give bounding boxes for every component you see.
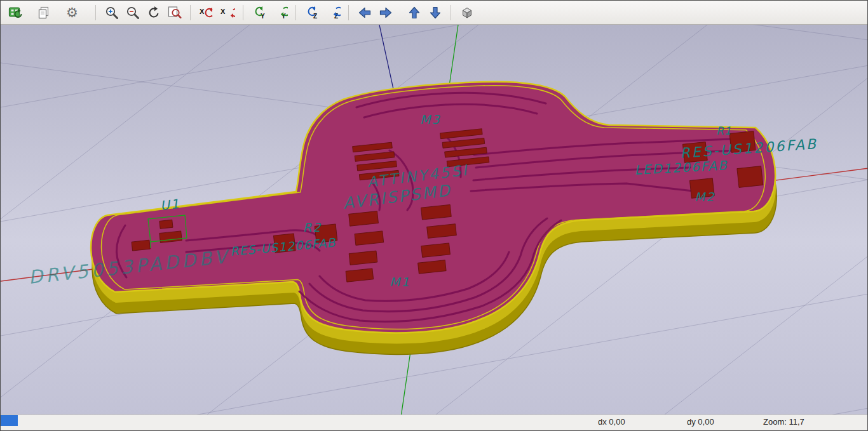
move-down-button[interactable] xyxy=(425,3,445,22)
viewport-3d[interactable]: U1 DRV5053PADDBV R2 RES-US1206FAB M1 M3 … xyxy=(1,25,867,414)
zoom-fit-icon xyxy=(167,5,182,20)
rotate-y-cw-button[interactable]: Y xyxy=(270,3,290,22)
gear-icon: ⚙ xyxy=(66,6,78,19)
copy-image-button[interactable] xyxy=(34,3,53,22)
move-right-button[interactable] xyxy=(376,3,395,22)
silkscreen-label-m3: M3 xyxy=(420,112,440,126)
silkscreen-label-r2: R2 xyxy=(303,220,322,234)
rotate-y-cw-icon: Y xyxy=(273,5,288,20)
rotate-z-cw-icon: Z xyxy=(325,5,341,20)
status-dy: dy 0,00 xyxy=(687,417,714,427)
toolbar-separator xyxy=(243,5,243,20)
kicad-3d-viewer-window: ⚙ xyxy=(0,0,868,431)
rotate-x-ccw-icon: X xyxy=(199,5,214,20)
arrow-right-icon xyxy=(378,5,393,20)
copy-icon xyxy=(36,5,51,20)
svg-text:Y: Y xyxy=(261,13,265,20)
board-reload-icon xyxy=(8,5,23,20)
status-accent xyxy=(1,415,18,426)
zoom-in-icon xyxy=(104,5,119,20)
rotate-z-ccw-button[interactable]: Z xyxy=(302,3,322,22)
status-zoom: Zoom: 11,7 xyxy=(763,417,804,427)
redraw-icon xyxy=(146,5,161,20)
svg-text:Z: Z xyxy=(313,13,317,20)
rotate-y-ccw-icon: Y xyxy=(252,5,267,20)
rotate-z-cw-button[interactable]: Z xyxy=(323,3,342,22)
rotate-z-ccw-icon: Z xyxy=(304,5,320,20)
toolbar-separator xyxy=(348,5,349,20)
svg-text:X: X xyxy=(220,8,226,15)
toolbar-separator xyxy=(295,5,296,20)
arrow-down-icon xyxy=(428,5,443,20)
rotate-x-cw-button[interactable]: X xyxy=(217,3,237,22)
toolbar-separator xyxy=(95,5,96,20)
reload-board-button[interactable] xyxy=(5,3,25,22)
silkscreen-label-u1: U1 xyxy=(159,196,181,213)
rotate-x-cw-icon: X xyxy=(220,5,235,20)
scene-3d: U1 DRV5053PADDBV R2 RES-US1206FAB M1 M3 … xyxy=(1,25,867,414)
move-left-button[interactable] xyxy=(355,3,374,22)
arrow-left-icon xyxy=(357,5,372,20)
zoom-in-button[interactable] xyxy=(102,3,121,22)
rotate-x-ccw-button[interactable]: X xyxy=(196,3,216,22)
rotate-y-ccw-button[interactable]: Y xyxy=(249,3,269,22)
cube-icon xyxy=(459,5,475,20)
status-bar: dx 0,00 dy 0,00 Zoom: 11,7 xyxy=(1,414,867,430)
arrow-up-icon xyxy=(407,5,422,20)
move-up-button[interactable] xyxy=(404,3,424,22)
toolbar: ⚙ xyxy=(1,1,867,25)
zoom-out-button[interactable] xyxy=(123,3,142,22)
settings-button[interactable]: ⚙ xyxy=(62,3,82,22)
silkscreen-label-r1: R1 xyxy=(716,124,732,137)
toolbar-separator xyxy=(451,5,451,20)
status-dx: dx 0,00 xyxy=(598,417,625,427)
silkscreen-label-m2: M2 xyxy=(695,190,715,204)
zoom-out-icon xyxy=(125,5,140,20)
redraw-button[interactable] xyxy=(144,3,163,22)
ortho-view-button[interactable] xyxy=(457,3,477,22)
svg-text:X: X xyxy=(200,8,205,15)
silkscreen-label-m1: M1 xyxy=(390,275,410,289)
toolbar-separator xyxy=(190,5,191,20)
zoom-fit-button[interactable] xyxy=(165,3,184,22)
